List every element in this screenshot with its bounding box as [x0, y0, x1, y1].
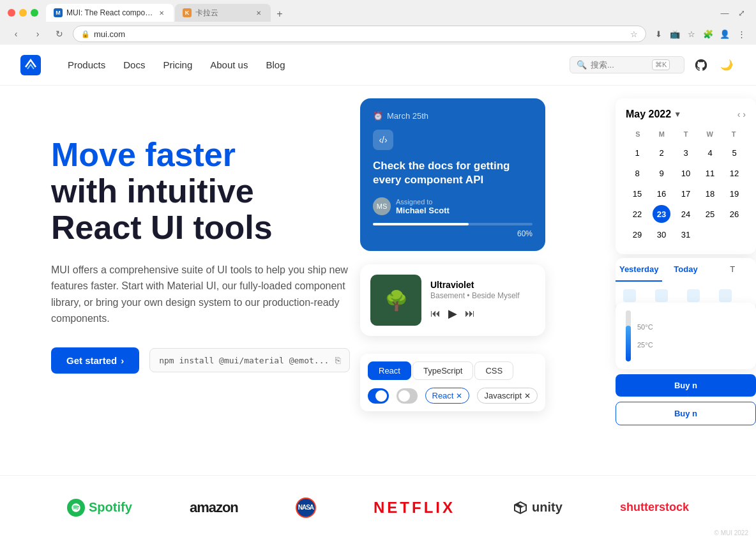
cal-next-icon[interactable]: › — [743, 109, 746, 119]
buy-button-1[interactable]: Buy n — [616, 374, 756, 397]
cal-prev-icon[interactable]: ‹ — [737, 109, 741, 119]
window-minimize-icon[interactable]: — — [718, 6, 732, 20]
cal-header-m: M — [650, 128, 674, 140]
javascript-chip-close[interactable]: ✕ — [524, 391, 531, 400]
cal-day-16[interactable]: 16 — [653, 185, 670, 202]
cal-day-26[interactable]: 26 — [725, 205, 743, 223]
cal-day-11[interactable]: 11 — [701, 164, 719, 182]
unity-logo: unity — [513, 500, 563, 515]
nasa-icon: NASA — [296, 497, 316, 518]
month-dropdown-icon[interactable]: ▼ — [674, 110, 681, 119]
calendar-widget: May 2022 ▼ ‹ › S M T W T 1 — [616, 98, 756, 254]
star-icon[interactable]: ☆ — [684, 27, 699, 41]
copy-icon[interactable]: ⎘ — [335, 355, 340, 365]
refresh-button[interactable]: ↻ — [51, 26, 68, 42]
cal-day-23[interactable]: 23 — [653, 205, 670, 223]
cal-day-17[interactable]: 17 — [677, 185, 695, 202]
temp-labels: 50°C 25°C — [637, 323, 653, 349]
cal-day-4[interactable]: 4 — [701, 144, 719, 162]
cal-day-31[interactable]: 31 — [677, 225, 695, 243]
new-tab-button[interactable]: + — [272, 6, 287, 22]
site-logo[interactable] — [20, 55, 41, 75]
cal-day-9[interactable]: 9 — [653, 164, 670, 182]
cal-day-2[interactable]: 2 — [653, 144, 670, 162]
yesterday-tab[interactable]: Yesterday — [616, 258, 662, 282]
download-icon[interactable]: ⬇ — [651, 27, 665, 41]
window-fullscreen-icon[interactable]: ⤢ — [734, 6, 748, 20]
cast-icon[interactable]: 📺 — [668, 27, 682, 41]
tab-mui[interactable]: M MUI: The React component lib... ✕ — [46, 4, 174, 22]
profile-icon[interactable]: 👤 — [718, 27, 732, 41]
temp-bar — [626, 310, 631, 361]
play-button[interactable]: ▶ — [448, 307, 457, 321]
nav-about[interactable]: About us — [204, 56, 254, 74]
cal-day-15[interactable]: 15 — [628, 185, 646, 202]
assigned-name: Michael Scott — [396, 206, 450, 215]
cal-day-1[interactable]: 1 — [628, 144, 646, 162]
cal-day-10[interactable]: 10 — [677, 164, 695, 182]
cal-day-25[interactable]: 25 — [701, 205, 719, 223]
theme-toggle[interactable]: 🌙 — [718, 56, 736, 74]
unity-icon — [513, 500, 528, 515]
nav-products[interactable]: Products — [61, 56, 112, 74]
get-started-button[interactable]: Get started › — [51, 347, 139, 374]
address-bar[interactable]: 🔒 mui.com ☆ — [73, 26, 646, 42]
toggle-off[interactable] — [397, 388, 418, 404]
spotify-text: Spotify — [89, 500, 132, 515]
tab-react[interactable]: React — [368, 361, 411, 380]
task-progress-bar — [373, 223, 533, 225]
cal-day-19[interactable]: 19 — [725, 185, 743, 202]
more-icon[interactable]: ⋮ — [734, 27, 748, 41]
toolbar-actions: ⬇ 📺 ☆ 🧩 👤 ⋮ — [651, 27, 748, 41]
cal-day-8[interactable]: 8 — [628, 164, 646, 182]
music-player-card: 🌳 Ultraviolet Basement • Beside Myself ⏮… — [360, 264, 545, 336]
extensions-icon[interactable]: 🧩 — [701, 27, 715, 41]
prev-button[interactable]: ⏮ — [430, 308, 441, 319]
nav-blog[interactable]: Blog — [259, 56, 291, 74]
nav-docs[interactable]: Docs — [117, 56, 151, 74]
back-button[interactable]: ‹ — [8, 26, 24, 42]
ssl-lock-icon: 🔒 — [81, 30, 90, 38]
toggle-on[interactable] — [368, 388, 389, 404]
grid-icon-2[interactable] — [655, 289, 668, 302]
tab-close-kala[interactable]: ✕ — [254, 8, 263, 17]
cal-day-3[interactable]: 3 — [677, 144, 695, 162]
minimize-button[interactable] — [19, 9, 27, 17]
tab-css[interactable]: CSS — [474, 361, 513, 380]
grid-icon-3[interactable] — [687, 289, 700, 302]
cal-day-12[interactable]: 12 — [725, 164, 743, 182]
nav-pricing[interactable]: Pricing — [156, 56, 199, 74]
tab-title-kala: 卡拉云 — [195, 8, 250, 19]
temp-low: 25°C — [637, 341, 653, 349]
temp-fill — [626, 326, 631, 361]
third-tab[interactable]: T — [709, 258, 756, 282]
cal-day-18[interactable]: 18 — [701, 185, 719, 202]
hero-left: Move faster with intuitive React UI tool… — [0, 86, 383, 539]
spotify-logo: Spotify — [67, 499, 132, 517]
bookmark-icon[interactable]: ☆ — [630, 29, 638, 39]
cal-day-30[interactable]: 30 — [653, 225, 670, 243]
buy-button-2[interactable]: Buy n — [616, 402, 756, 425]
grid-icon-1[interactable] — [623, 289, 636, 302]
cal-day-5[interactable]: 5 — [725, 144, 743, 162]
cal-day-22[interactable]: 22 — [628, 205, 646, 223]
npm-command-box[interactable]: npm install @mui/material @emot... ⎘ — [149, 348, 350, 372]
forward-button[interactable]: › — [29, 26, 46, 42]
search-box[interactable]: 🔍 ⌘K — [570, 56, 684, 73]
close-button[interactable] — [8, 9, 15, 17]
task-title: Check the docs for getting every compone… — [373, 159, 533, 187]
react-chip-close[interactable]: ✕ — [456, 391, 462, 400]
today-tab[interactable]: Today — [662, 258, 709, 282]
site-nav: Products Docs Pricing About us Blog 🔍 ⌘K… — [0, 45, 756, 86]
next-button[interactable]: ⏭ — [465, 308, 475, 319]
shop-widget: 50°C 25°C Buy n Buy n — [616, 303, 756, 425]
tab-typescript[interactable]: TypeScript — [412, 361, 473, 380]
maximize-button[interactable] — [31, 9, 38, 17]
search-input[interactable] — [591, 60, 648, 70]
tab-kala[interactable]: K 卡拉云 ✕ — [175, 4, 271, 22]
cal-day-29[interactable]: 29 — [628, 225, 646, 243]
tab-close-mui[interactable]: ✕ — [157, 8, 166, 17]
cal-day-24[interactable]: 24 — [677, 205, 695, 223]
grid-icon-4[interactable] — [719, 289, 732, 302]
github-icon[interactable] — [692, 56, 710, 74]
